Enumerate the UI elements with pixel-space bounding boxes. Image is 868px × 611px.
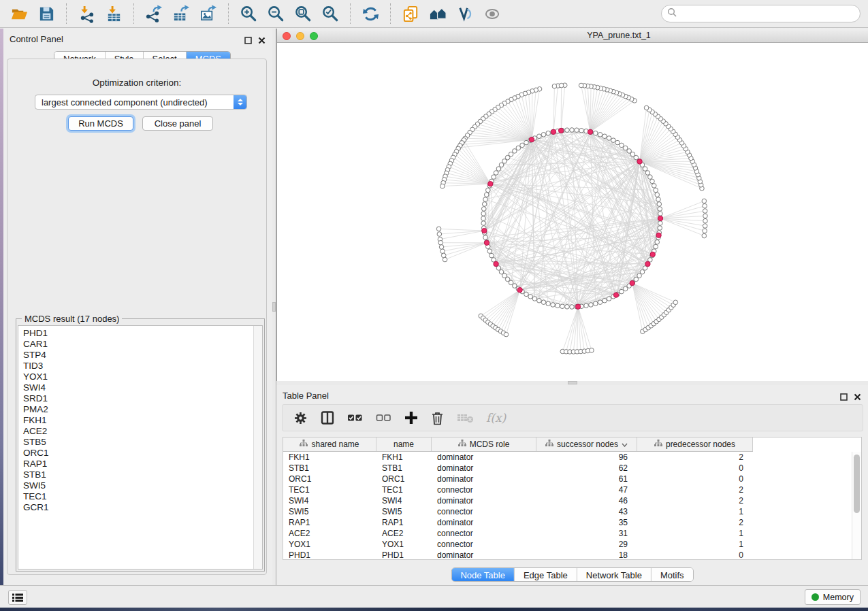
network-node[interactable] xyxy=(703,224,707,229)
mcds-result-item[interactable]: SRD1 xyxy=(18,393,253,404)
mcds-result-item[interactable]: ORC1 xyxy=(18,448,253,459)
table-cell[interactable]: TEC1 xyxy=(376,484,432,495)
mcds-result-item[interactable]: ACE2 xyxy=(18,426,253,437)
import-network-icon[interactable] xyxy=(76,3,97,24)
network-node[interactable] xyxy=(524,140,529,145)
network-node[interactable] xyxy=(483,197,488,202)
table-cell[interactable]: ORC1 xyxy=(283,474,376,484)
table-cell[interactable]: connector xyxy=(432,528,536,539)
network-node[interactable] xyxy=(546,131,551,135)
network-node[interactable] xyxy=(702,233,707,238)
network-node[interactable] xyxy=(504,332,509,337)
mcds-node[interactable] xyxy=(482,228,487,233)
eye-icon[interactable] xyxy=(481,3,503,24)
network-node[interactable] xyxy=(443,257,447,262)
network-node[interactable] xyxy=(673,300,678,305)
table-cell[interactable]: SWI4 xyxy=(283,495,376,506)
network-node[interactable] xyxy=(590,348,594,353)
mcds-result-item[interactable]: FKH1 xyxy=(18,415,253,426)
memory-button[interactable]: Memory xyxy=(805,589,861,605)
table-cell[interactable]: ACE2 xyxy=(376,528,432,539)
network-overview-icon[interactable] xyxy=(427,3,449,24)
table-cell[interactable]: 2 xyxy=(637,484,753,495)
network-node[interactable] xyxy=(520,143,525,148)
table-row[interactable]: ACE2ACE2connector311 xyxy=(283,528,852,539)
close-panel-icon[interactable] xyxy=(258,35,266,47)
float-panel-icon[interactable] xyxy=(244,35,252,47)
network-node[interactable] xyxy=(570,305,575,310)
network-node[interactable] xyxy=(703,209,707,214)
table-cell[interactable]: dominator xyxy=(432,550,536,559)
tab-edge-table[interactable]: Edge Table xyxy=(515,568,577,581)
table-row[interactable]: TEC1TEC1connector472 xyxy=(283,484,852,495)
network-window-titlebar[interactable]: YPA_prune.txt_1 xyxy=(277,29,868,43)
tab-node-table[interactable]: Node Table xyxy=(451,568,515,581)
table-cell[interactable]: 35 xyxy=(536,517,637,528)
network-node[interactable] xyxy=(648,175,653,180)
table-cell[interactable]: 46 xyxy=(536,495,637,506)
table-cell[interactable]: 1 xyxy=(637,539,753,550)
table-cell[interactable]: 18 xyxy=(536,550,637,559)
network-node[interactable] xyxy=(658,207,662,212)
mcds-result-item[interactable]: STB5 xyxy=(18,437,253,448)
mcds-node[interactable] xyxy=(484,240,489,245)
refresh-icon[interactable] xyxy=(359,3,381,24)
table-cell[interactable]: 2 xyxy=(637,452,753,463)
table-cell[interactable]: SWI5 xyxy=(283,506,376,517)
mcds-result-item[interactable]: TID3 xyxy=(18,361,253,371)
network-node[interactable] xyxy=(441,253,446,258)
mcds-result-item[interactable]: CAR1 xyxy=(18,339,253,350)
network-node[interactable] xyxy=(556,303,560,308)
tab-motifs[interactable]: Motifs xyxy=(652,568,693,581)
table-row[interactable]: SWI5SWI5connector431 xyxy=(283,506,852,517)
network-node[interactable] xyxy=(584,303,589,308)
network-node[interactable] xyxy=(499,269,504,274)
table-cell[interactable]: dominator xyxy=(432,452,536,463)
network-node[interactable] xyxy=(440,184,445,188)
table-cell[interactable]: dominator xyxy=(432,517,536,528)
table-row[interactable]: RAP1RAP1dominator352 xyxy=(283,517,852,528)
clone-network-icon[interactable] xyxy=(400,3,421,24)
table-cell[interactable]: 31 xyxy=(536,528,637,539)
network-node[interactable] xyxy=(579,128,584,133)
table-cell[interactable]: 43 xyxy=(536,506,637,517)
network-node[interactable] xyxy=(654,188,658,193)
tab-network-table[interactable]: Network Table xyxy=(577,568,652,581)
table-cell[interactable]: 61 xyxy=(536,474,637,484)
mcds-node[interactable] xyxy=(575,304,580,309)
network-node[interactable] xyxy=(565,305,570,310)
import-table-icon[interactable] xyxy=(103,3,125,24)
mcds-result-item[interactable]: PHD1 xyxy=(18,328,253,339)
network-node[interactable] xyxy=(654,244,658,249)
network-node[interactable] xyxy=(481,207,486,212)
network-node[interactable] xyxy=(532,297,537,301)
network-node[interactable] xyxy=(439,245,444,250)
network-node[interactable] xyxy=(623,286,628,291)
status-menu-button[interactable] xyxy=(8,590,27,605)
mcds-result-item[interactable]: RAP1 xyxy=(18,459,253,469)
zoom-in-icon[interactable] xyxy=(238,3,259,24)
network-node[interactable] xyxy=(440,249,445,254)
maximize-window-icon[interactable] xyxy=(310,32,318,40)
network-node[interactable] xyxy=(492,175,496,180)
network-node[interactable] xyxy=(565,128,570,133)
table-cell[interactable]: 29 xyxy=(536,539,637,550)
table-cell[interactable]: 0 xyxy=(637,463,753,474)
network-node[interactable] xyxy=(487,249,492,254)
table-cell[interactable]: dominator xyxy=(432,495,536,506)
network-node[interactable] xyxy=(481,212,486,216)
column-header-shared-name[interactable]: shared name xyxy=(283,437,376,451)
network-node[interactable] xyxy=(541,300,546,305)
mcds-node[interactable] xyxy=(637,159,642,164)
export-image-icon[interactable] xyxy=(197,3,219,24)
mcds-result-item[interactable]: STB1 xyxy=(18,469,253,480)
network-node[interactable] xyxy=(650,179,655,184)
run-mcds-button[interactable]: Run MCDS xyxy=(68,116,133,131)
table-cell[interactable]: YOX1 xyxy=(376,539,432,550)
mcds-result-item[interactable]: TEC1 xyxy=(18,491,253,502)
mcds-node[interactable] xyxy=(494,261,498,266)
network-node[interactable] xyxy=(499,163,504,167)
network-node[interactable] xyxy=(703,218,708,223)
mcds-node[interactable] xyxy=(656,233,661,237)
table-row[interactable]: ORC1ORC1dominator610 xyxy=(283,474,852,484)
